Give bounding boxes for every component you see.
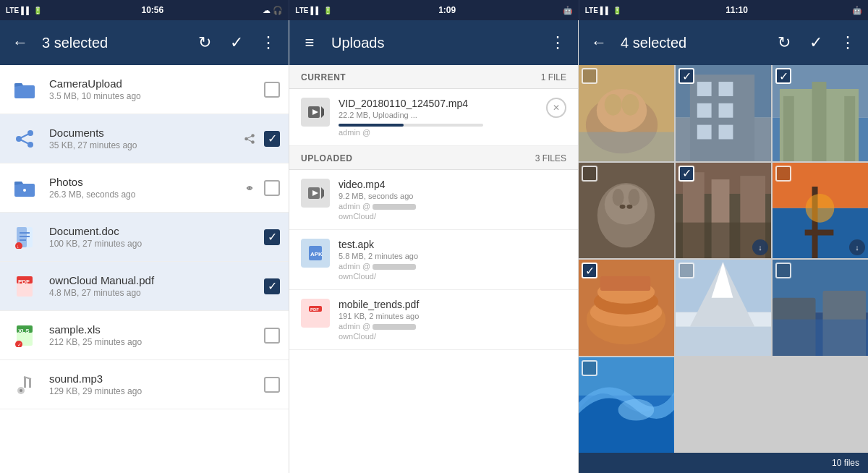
photo-checkbox-9[interactable] <box>775 263 791 278</box>
svg-text:✓: ✓ <box>17 342 22 347</box>
photo-cell-3[interactable]: ✓ <box>773 65 868 161</box>
checkbox-cameraupload[interactable] <box>264 82 280 98</box>
photos-bottom-bar: 10 files <box>579 453 868 473</box>
svg-point-70 <box>628 188 639 205</box>
file-item-document-doc[interactable]: ↓ Document.doc 100 KB, 27 minutes ago ✓ <box>0 213 289 262</box>
svg-rect-50 <box>579 132 674 161</box>
status-segment-1: LTE ▌▌ 🔋 10:56 ☁ 🎧 <box>0 0 289 20</box>
headset-icon: 🎧 <box>273 6 283 15</box>
upload-path-video: ownCloud/ <box>339 212 566 221</box>
upload-item-apk[interactable]: APK test.apk 5.8 MB, 2 minutes ago admin… <box>289 230 578 290</box>
svg-point-69 <box>613 188 624 205</box>
share-action-documents[interactable] <box>238 127 261 150</box>
photo-checkbox-3[interactable]: ✓ <box>775 68 791 84</box>
link-action-photos[interactable] <box>238 176 261 200</box>
photo-checkbox-6[interactable] <box>775 166 791 182</box>
link-icon-1 <box>9 172 41 204</box>
file-item-pdf[interactable]: PDF ownCloud Manual.pdf 4.8 MB, 27 minut… <box>0 262 289 311</box>
svg-rect-94 <box>676 327 771 356</box>
files-sync-button[interactable]: ↻ <box>192 30 218 56</box>
photos-more-button[interactable]: ⋮ <box>835 30 861 56</box>
video-upload-icon <box>301 98 330 127</box>
photos-more-icon: ⋮ <box>840 33 856 52</box>
files-back-button[interactable]: ← <box>7 30 33 56</box>
photo-checkbox-2[interactable]: ✓ <box>678 68 694 84</box>
photo-cell-10[interactable] <box>579 357 674 453</box>
photos-toolbar-title: 4 selected <box>618 35 765 51</box>
panel-files: ← 3 selected ↻ ✓ ⋮ <box>0 20 289 473</box>
files-more-button[interactable]: ⋮ <box>255 30 281 56</box>
photo-checkbox-5[interactable]: ✓ <box>678 166 694 182</box>
checkbox-pdf[interactable]: ✓ <box>264 278 280 294</box>
apk-icon: APK <box>301 239 330 268</box>
cancel-upload-button[interactable]: ✕ <box>546 98 566 118</box>
uploads-more-button[interactable]: ⋮ <box>545 30 571 56</box>
photo-cell-6[interactable]: ↓ <box>773 163 868 259</box>
upload-item-pdf[interactable]: PDF mobile_trends.pdf 191 KB, 2 minutes … <box>289 290 578 350</box>
file-name-xls: sample.xls <box>49 323 264 336</box>
uploads-toolbar: ≡ Uploads ⋮ <box>289 20 578 65</box>
file-info-pdf: ownCloud Manual.pdf 4.8 MB, 27 minutes a… <box>49 274 264 298</box>
uploads-menu-button[interactable]: ≡ <box>297 30 323 56</box>
svg-marker-38 <box>321 187 324 199</box>
upload-user-video: admin @ <box>339 202 566 210</box>
photo-cell-4[interactable] <box>579 163 674 259</box>
svg-text:XLS: XLS <box>18 328 30 334</box>
photo-checkbox-8[interactable] <box>678 263 694 278</box>
svg-rect-32 <box>29 379 31 388</box>
photo-download-badge-5: ↓ <box>752 239 768 255</box>
photo-cell-2[interactable]: ✓ <box>676 65 771 161</box>
svg-marker-35 <box>321 106 324 118</box>
upload-item-video[interactable]: video.mp4 9.2 MB, seconds ago admin @ ow… <box>289 170 578 230</box>
photo-cell-1[interactable] <box>579 65 674 161</box>
photo-cell-9[interactable] <box>773 260 868 356</box>
file-item-documents[interactable]: Documents 35 KB, 27 minutes ago ✓ <box>0 114 289 163</box>
photo-cell-7[interactable]: ✓ <box>579 260 674 356</box>
upload-meta-current: 22.2 MB, Uploading ... <box>339 111 537 119</box>
photos-sync-button[interactable]: ↻ <box>771 30 797 56</box>
photo-checkbox-4[interactable] <box>582 166 597 182</box>
files-toolbar-title: 3 selected <box>39 35 186 51</box>
lte-icon-2: LTE <box>295 7 308 14</box>
checkbox-documents[interactable]: ✓ <box>264 131 280 147</box>
file-item-mp3[interactable]: sound.mp3 129 KB, 29 minutes ago <box>0 360 289 409</box>
file-info-document-doc: Document.doc 100 KB, 27 minutes ago <box>49 225 264 249</box>
svg-rect-59 <box>719 125 733 140</box>
photo-cell-8[interactable] <box>676 260 771 356</box>
svg-point-68 <box>605 184 648 225</box>
status-icons-left-3: LTE ▌▌ 🔋 <box>585 7 621 14</box>
file-name-pdf: ownCloud Manual.pdf <box>49 274 264 286</box>
svg-rect-54 <box>697 82 712 96</box>
checkbox-photos[interactable] <box>264 180 280 196</box>
photos-back-button[interactable]: ← <box>586 30 612 56</box>
upload-progress-bar <box>339 124 483 127</box>
photos-check-button[interactable]: ✓ <box>803 30 829 56</box>
android-icon-2: 🤖 <box>852 6 862 15</box>
files-check-button[interactable]: ✓ <box>224 30 250 56</box>
uploads-current-count: 1 FILE <box>541 72 566 82</box>
photo-cell-5[interactable]: ✓ ↓ <box>676 163 771 259</box>
uploads-uploaded-count: 3 FILES <box>535 153 566 163</box>
photo-checkbox-7[interactable]: ✓ <box>582 263 597 278</box>
svg-point-72 <box>626 204 632 208</box>
checkbox-document-doc[interactable]: ✓ <box>264 229 280 245</box>
file-name-photos: Photos <box>49 176 238 188</box>
svg-point-12 <box>23 189 26 192</box>
upload-meta-video: 9.2 MB, seconds ago <box>339 192 566 200</box>
folder-icon-1 <box>9 74 41 106</box>
checkbox-mp3[interactable] <box>264 377 280 393</box>
file-item-xls[interactable]: XLS ✓ sample.xls 212 KB, 25 minutes ago <box>0 311 289 360</box>
upload-item-current[interactable]: VID_20180110_124507.mp4 22.2 MB, Uploadi… <box>289 89 578 146</box>
more-icon: ⋮ <box>260 33 276 52</box>
file-item-photos[interactable]: Photos 26.3 MB, seconds ago <box>0 163 289 213</box>
sync-icon: ↻ <box>198 33 211 52</box>
file-item-cameraupload[interactable]: CameraUpload 3.5 MB, 10 minutes ago <box>0 65 289 114</box>
photos-toolbar: ← 4 selected ↻ ✓ ⋮ <box>579 20 868 65</box>
checkbox-xls[interactable] <box>264 328 280 344</box>
signal-icon-3: ▌▌ <box>600 7 610 14</box>
lte-icon-3: LTE <box>585 7 598 14</box>
upload-info-current: VID_20180110_124507.mp4 22.2 MB, Uploadi… <box>339 98 537 137</box>
photo-checkbox-10[interactable] <box>582 360 597 376</box>
photo-checkbox-1[interactable] <box>582 68 597 84</box>
file-meta-documents: 35 KB, 27 minutes ago <box>49 140 238 150</box>
